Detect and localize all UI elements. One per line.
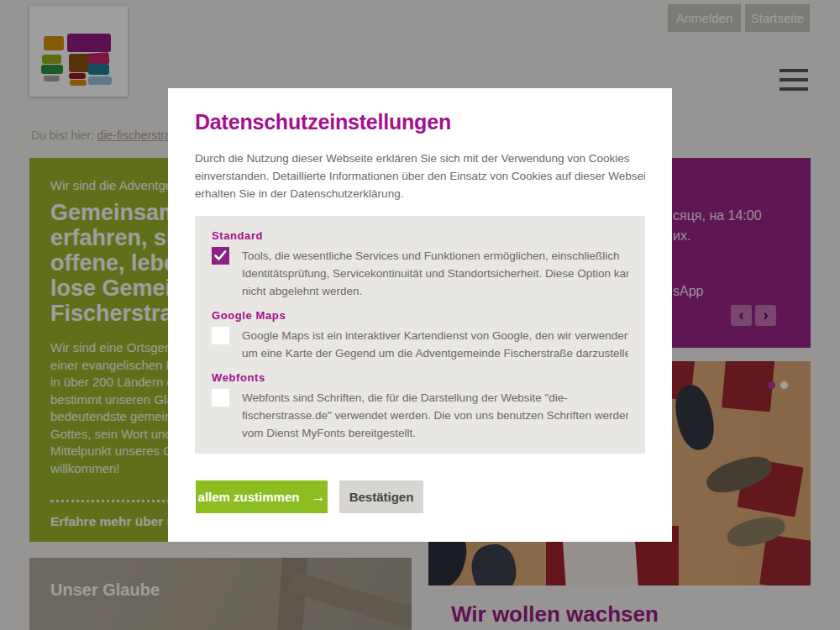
consent-options-box: Standard Tools, die wesentliche Services… [195,216,645,454]
arrow-right-icon: → [311,489,325,505]
privacy-settings-modal: Datenschutzeinstellungen Durch die Nutzu… [168,88,672,542]
option-description: Google Maps ist ein interaktiver Kartend… [242,327,628,362]
modal-intro-text: Durch die Nutzung dieser Webseite erklär… [195,150,645,202]
confirm-button[interactable]: Bestätigen [339,480,423,513]
checkbox-google-maps[interactable] [212,327,229,344]
option-description: Tools, die wesentliche Services und Funk… [242,247,628,300]
option-description: Webfonts sind Schriften, die für die Dar… [242,389,628,442]
checkbox-webfonts[interactable] [212,389,229,407]
option-row-standard: Tools, die wesentliche Services und Funk… [212,247,628,300]
option-label-standard: Standard [212,229,628,242]
option-label-google-maps: Google Maps [212,309,628,322]
modal-actions: allem zustimmen→ Bestätigen [196,480,423,513]
checkbox-standard[interactable] [212,247,229,265]
check-icon [214,250,227,261]
option-row-google-maps: Google Maps ist ein interaktiver Kartend… [212,327,628,362]
accept-all-label: allem zustimmen [198,490,300,504]
option-label-webfonts: Webfonts [212,371,628,384]
accept-all-button[interactable]: allem zustimmen→ [196,480,328,513]
option-row-webfonts: Webfonts sind Schriften, die für die Dar… [212,389,628,442]
modal-title: Datenschutzeinstellungen [195,110,645,134]
